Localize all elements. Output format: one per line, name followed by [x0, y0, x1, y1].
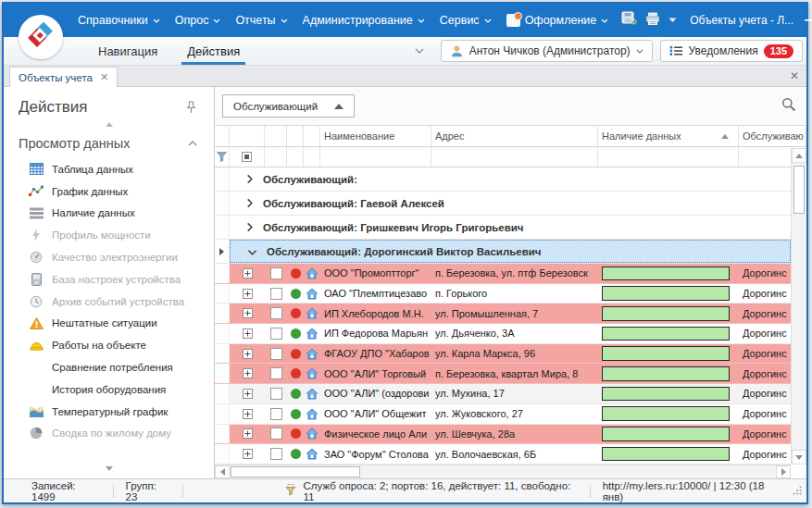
minimize-button[interactable]: [793, 8, 812, 32]
table-row[interactable]: ООО "АЛИ" (оздоровиул. Мухина, 17Дорогин…: [215, 384, 791, 404]
sidebar-item[interactable]: Нештатные ситуации: [4, 313, 214, 335]
table-row[interactable]: ООО "Промоптторг"п. Березовка, ул. птф Б…: [215, 264, 791, 284]
vscroll-thumb[interactable]: [793, 166, 805, 214]
col-name-header[interactable]: Наименование: [320, 126, 431, 146]
row-checkbox[interactable]: [265, 324, 287, 343]
group-row[interactable]: Обслуживающий: Дорогинский Виктор Василь…: [215, 240, 791, 264]
tab-close-icon[interactable]: ✕: [100, 71, 108, 83]
filter-address-cell[interactable]: [431, 147, 598, 167]
table-row[interactable]: ООО "АЛИ" Торговыйп. Березовка, квартал …: [215, 364, 791, 384]
expand-row-icon[interactable]: [230, 425, 265, 444]
sidebar-item[interactable]: График данных: [4, 180, 214, 203]
row-indicator-cell: [215, 304, 230, 323]
sidebar-item[interactable]: Таблица данных: [4, 158, 214, 180]
expand-row-icon[interactable]: [230, 264, 265, 283]
expand-group-icon[interactable]: [246, 195, 254, 212]
col-data-availability-header[interactable]: Наличие данных: [598, 126, 739, 146]
horizontal-scrollbar[interactable]: [215, 465, 791, 478]
print-button[interactable]: [645, 12, 661, 30]
sidebar-scroll-up[interactable]: [4, 117, 214, 132]
save-button[interactable]: [621, 11, 638, 30]
row-checkbox[interactable]: [265, 304, 287, 323]
row-checkbox[interactable]: [265, 404, 287, 424]
row-checkbox[interactable]: [265, 364, 287, 383]
row-checkbox[interactable]: [265, 444, 287, 464]
resize-grip[interactable]: [793, 486, 802, 497]
expand-row-icon[interactable]: [230, 384, 265, 403]
row-checkbox[interactable]: [265, 425, 287, 444]
tabstrip-close-icon[interactable]: ✕: [790, 69, 799, 82]
table-row[interactable]: ЗАО "Форум" Столоваул. Волочаевская, 6БД…: [215, 444, 791, 465]
tab-objects-of-accounting[interactable]: Объекты учета ✕: [9, 67, 118, 87]
row-checkbox[interactable]: [265, 264, 287, 283]
row-checkbox[interactable]: [265, 384, 287, 403]
scroll-down-icon[interactable]: [792, 450, 806, 465]
row-checkbox[interactable]: [265, 344, 287, 364]
pie-icon: [29, 427, 44, 440]
expand-group-icon[interactable]: [246, 219, 254, 236]
ribbon-tab-active[interactable]: Действия: [172, 37, 255, 65]
group-row[interactable]: Обслуживающий: Гришкевич Игорь Григорьев…: [215, 216, 791, 240]
group-by-chip[interactable]: Обслуживающий: [222, 94, 355, 118]
col-indicator: [215, 126, 230, 146]
table-row[interactable]: ООО "АЛИ" Общежитул. Жуковского, 27Дорог…: [215, 404, 791, 425]
titlebar-menu[interactable]: Отчеты: [228, 8, 294, 32]
pin-icon[interactable]: [185, 101, 197, 114]
sidebar-scroll-down[interactable]: [4, 461, 214, 477]
group-row[interactable]: Обслуживающий:: [215, 167, 791, 192]
search-icon[interactable]: [781, 97, 796, 116]
hscroll-thumb[interactable]: [231, 466, 360, 477]
titlebar-menu[interactable]: Администрирование: [295, 8, 432, 32]
expand-row-icon[interactable]: [230, 444, 265, 464]
filter-name-cell[interactable]: [320, 147, 431, 167]
expand-row-icon[interactable]: [230, 364, 265, 383]
table-row[interactable]: Физическое лицо Алиул. Шевчука, 28аДорог…: [215, 425, 791, 445]
expand-row-icon[interactable]: [230, 304, 265, 323]
user-menu-button[interactable]: Антон Чичков (Администратор): [441, 40, 653, 62]
cell-address: ул. Промышленная, 7: [431, 304, 598, 323]
sidebar-item[interactable]: Наличие данных: [4, 203, 214, 225]
select-all-checkbox[interactable]: [230, 147, 265, 167]
table-row[interactable]: ИП Хлебородов М.Н.ул. Промышленная, 7Дор…: [215, 304, 791, 324]
expand-row-icon[interactable]: [230, 404, 265, 424]
sidebar-item[interactable]: Сравнение потребления: [4, 356, 214, 378]
collapse-group-icon[interactable]: [247, 243, 257, 260]
window-controls: [793, 8, 812, 32]
vertical-scrollbar[interactable]: [791, 148, 806, 465]
table-row[interactable]: ИП Федорова Марьянул. Дьяченко, 3АДороги…: [215, 324, 791, 344]
section-data-view[interactable]: Просмотр данных: [4, 132, 214, 158]
ribbon-tab-row: НавигацияДействия Антон Чичков (Админист…: [4, 37, 806, 66]
cell-name: ООО "АЛИ" (оздорови: [320, 384, 431, 403]
availability-bar: [602, 266, 730, 281]
building-icon: [304, 425, 320, 444]
expand-row-icon[interactable]: [230, 284, 265, 304]
scroll-up-icon[interactable]: [792, 148, 806, 163]
titlebar-menu[interactable]: Справочники: [70, 8, 168, 32]
expand-row-icon[interactable]: [230, 344, 265, 364]
table-row[interactable]: ФГАОУ ДПО "Хабаровул. Карла Маркса, 96До…: [215, 344, 791, 365]
sidebar-item[interactable]: История оборудования: [4, 378, 214, 401]
expand-group-icon[interactable]: [246, 171, 254, 188]
col-address-header[interactable]: Адрес: [431, 126, 598, 146]
sidebar-item[interactable]: Работы на объекте: [4, 334, 214, 356]
titlebar-menu[interactable]: Сервис: [432, 8, 499, 32]
notifications-button[interactable]: Уведомления 135: [660, 40, 803, 62]
ribbon-tab-inactive[interactable]: Навигация: [83, 37, 172, 65]
filter-icon-cell[interactable]: [215, 147, 230, 167]
col-service-header[interactable]: Обслуживаю: [739, 126, 806, 146]
row-checkbox[interactable]: [265, 284, 287, 304]
titlebar-menu[interactable]: Опрос: [168, 8, 229, 32]
sidebar-item[interactable]: Температурный график: [4, 401, 214, 423]
expand-row-icon[interactable]: [230, 324, 265, 343]
menu-appearance[interactable]: Оформление: [499, 8, 617, 32]
scroll-left-icon[interactable]: [215, 465, 230, 478]
qat-dropdown-icon[interactable]: [668, 18, 677, 23]
group-row[interactable]: Обслуживающий: Гаевой Алексей: [215, 192, 791, 216]
col-type: [304, 126, 320, 146]
filter-availability-cell[interactable]: [598, 147, 739, 167]
availability-bar: [602, 346, 730, 361]
table-row[interactable]: ОАО "Племптицезавоп. ГорькогоДорогинс: [215, 284, 791, 304]
building-icon: [304, 364, 320, 383]
ribbon-collapse-icon[interactable]: [415, 48, 424, 54]
scroll-right-icon[interactable]: [776, 465, 791, 478]
